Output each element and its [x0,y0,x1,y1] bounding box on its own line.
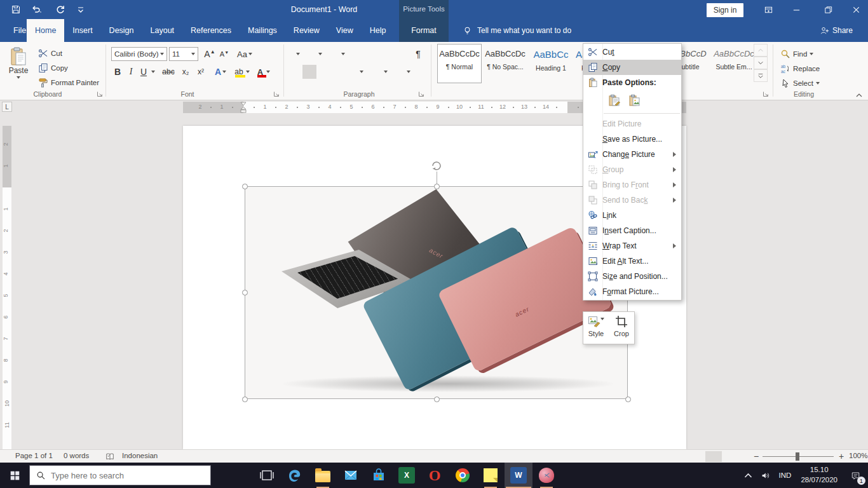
redo-icon[interactable] [52,3,69,17]
font-dialog-launcher-icon[interactable] [273,90,281,98]
justify-button[interactable] [333,65,347,79]
menu-item-edit-alt-text[interactable]: Edit Alt Text... [583,254,681,269]
undo-icon[interactable] [28,3,44,17]
tab-help[interactable]: Help [362,19,395,42]
paragraph-dialog-launcher-icon[interactable] [418,90,426,98]
vertical-ruler[interactable]: 211234567891011 [3,126,11,449]
underline-button[interactable]: U [139,65,149,79]
language-indicator[interactable]: Indonesian [122,452,158,459]
clipboard-dialog-launcher-icon[interactable] [97,90,104,98]
format-painter-button[interactable]: Format Painter [38,76,99,90]
opera-icon[interactable]: O [421,463,449,488]
tab-insert[interactable]: Insert [64,19,100,42]
menu-item-paste-options[interactable]: Paste Options: [583,75,681,90]
copy-button[interactable]: Copy [38,61,68,75]
style-subtle-em-[interactable]: AaBbCcDcSubtle Em... [712,44,756,83]
clock[interactable]: 15.10 28/07/2020 [796,463,843,488]
show-hidden-icons-chevron[interactable] [740,463,756,488]
tab-view[interactable]: View [328,19,362,42]
picture-style-button[interactable]: Style [583,312,609,344]
tab-mailings[interactable]: Mailings [240,19,285,42]
grow-font-button[interactable]: A▲ [203,47,216,61]
bullets-button[interactable] [289,47,307,61]
edge-icon[interactable] [281,463,309,488]
sticky-notes-icon[interactable] [477,463,505,488]
indent-markers[interactable] [240,102,247,113]
crop-button[interactable]: Crop [609,312,634,344]
menu-item-wrap-text[interactable]: Wrap Text [583,238,681,254]
tab-layout[interactable]: Layout [142,19,183,42]
increase-indent-button[interactable] [374,47,388,61]
tab-review[interactable]: Review [285,19,328,42]
menu-item-format-picture[interactable]: Format Picture... [583,284,681,299]
font-color-button[interactable]: A [254,65,273,79]
selection-handle[interactable] [434,184,440,189]
align-left-button[interactable] [287,65,301,79]
style-heading-1[interactable]: AaBbCcHeading 1 [529,44,573,83]
cut-button[interactable]: Cut [38,46,62,60]
language-tray[interactable]: IND [774,463,796,488]
align-center-button[interactable] [302,65,316,79]
underline-dropdown[interactable] [150,65,156,79]
paste-keep-source-formatting-icon[interactable] [606,92,623,109]
tab-references[interactable]: References [182,19,240,42]
task-view-icon[interactable] [253,463,281,488]
search-input[interactable] [51,471,191,480]
close-icon[interactable] [845,1,867,18]
borders-button[interactable] [399,65,418,79]
chrome-icon[interactable] [449,463,477,488]
store-icon[interactable] [365,463,393,488]
selection-handle[interactable] [434,396,440,402]
sign-in-button[interactable]: Sign in [707,3,743,17]
selection-handle[interactable] [242,290,248,295]
menu-item-save-as-picture[interactable]: Save as Picture... [583,132,681,147]
bold-button[interactable]: B [112,65,123,79]
excel-icon[interactable]: X [393,463,421,488]
zoom-out-icon[interactable]: − [754,451,759,461]
decrease-indent-button[interactable] [357,47,371,61]
read-mode-icon[interactable] [681,451,698,462]
find-button[interactable]: Find [780,47,813,60]
styles-more-icon[interactable] [754,69,768,82]
styles-dialog-launcher-icon[interactable] [763,90,770,98]
action-center-icon[interactable]: 1 [843,463,868,488]
zoom-in-icon[interactable]: + [839,451,844,461]
zoom-level[interactable]: 100% [849,452,867,459]
selection-handle[interactable] [625,396,631,402]
style--no-spac-[interactable]: AaBbCcDc¶ No Spac... [483,44,527,83]
print-layout-icon[interactable] [705,451,722,462]
menu-item-insert-caption[interactable]: Insert Caption... [583,223,681,238]
show-formatting-marks-button[interactable]: ¶ [412,47,424,61]
minimize-icon[interactable] [785,1,807,18]
restore-icon[interactable] [817,1,839,18]
share-button[interactable]: Share [820,19,853,42]
word-count[interactable]: 0 words [64,452,89,459]
proofing-status-icon[interactable] [105,452,114,463]
subscript-button[interactable]: x₂ [179,65,192,79]
strikethrough-button[interactable]: abc [160,65,177,79]
mail-icon[interactable] [337,463,365,488]
shading-button[interactable] [376,65,395,79]
customize-quick-access-icon[interactable] [72,3,89,17]
file-explorer-icon[interactable] [309,463,337,488]
font-size-combo[interactable]: 11 [169,47,198,61]
menu-item-size-and-position[interactable]: Size and Position... [583,269,681,284]
style--normal[interactable]: AaBbCcDc¶ Normal [437,44,482,83]
collapse-ribbon-icon[interactable] [855,92,864,100]
menu-item-cut[interactable]: Cut [583,44,681,60]
italic-button[interactable]: I [126,65,136,79]
highlight-color-button[interactable]: ab [233,65,252,79]
text-effects-button[interactable]: A [214,65,227,79]
web-layout-icon[interactable] [731,451,747,462]
change-case-button[interactable]: Aa [236,47,253,61]
save-icon[interactable] [8,3,24,17]
taskbar-search-box[interactable] [29,465,211,485]
selection-handle[interactable] [242,184,248,189]
menu-item-link[interactable]: Link [583,208,681,223]
shrink-font-button[interactable]: A▼ [219,47,230,61]
styles-scroll-down-icon[interactable] [754,57,768,69]
ribbon-display-options-icon[interactable] [757,1,779,18]
tell-me-box[interactable]: Tell me what you want to do [463,19,571,42]
page-indicator[interactable]: Page 1 of 1 [15,452,53,459]
menu-item-change-picture[interactable]: Change Picture [583,147,681,162]
